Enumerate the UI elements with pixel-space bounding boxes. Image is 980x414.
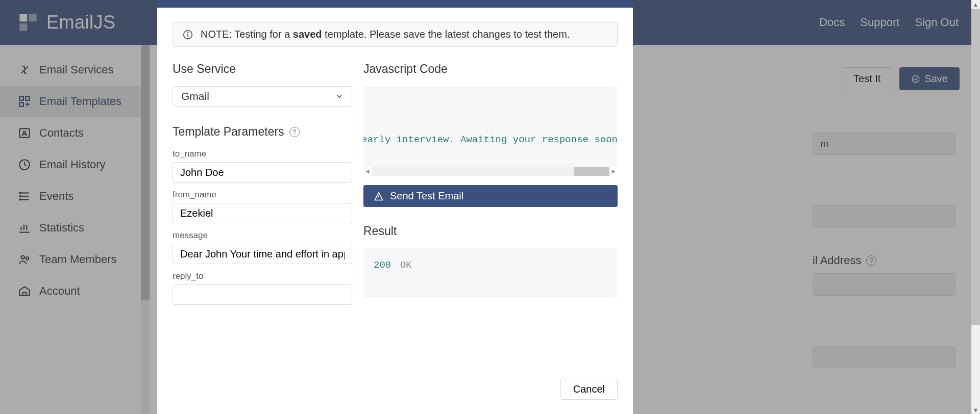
note-box: NOTE: Testing for a saved template. Plea… xyxy=(173,22,618,47)
test-modal: NOTE: Testing for a saved template. Plea… xyxy=(157,0,633,414)
help-icon[interactable]: ? xyxy=(289,127,300,137)
use-service-title: Use Service xyxy=(173,62,352,76)
scroll-down-arrow[interactable]: ▼ xyxy=(971,405,980,414)
send-test-label: Send Test Email xyxy=(390,190,463,202)
param-label-from-name: from_name xyxy=(173,190,352,200)
scroll-thumb[interactable] xyxy=(574,167,609,176)
page-scroll-thumb[interactable] xyxy=(971,9,980,325)
scroll-left-arrow[interactable]: ◄ xyxy=(363,168,372,176)
param-input-from-name[interactable] xyxy=(173,203,352,223)
service-select[interactable]: Gmail xyxy=(173,86,352,107)
modal-footer: Cancel xyxy=(157,372,633,414)
code-snippet: dule an early interview. Awaiting your r… xyxy=(363,134,618,145)
note-bold: saved xyxy=(293,29,322,40)
code-horizontal-scrollbar[interactable]: ◄ ► xyxy=(363,167,618,176)
result-box: 200 OK xyxy=(363,248,618,298)
param-label-reply-to: reply_to xyxy=(173,271,352,281)
service-value: Gmail xyxy=(181,90,209,102)
param-input-message[interactable] xyxy=(173,244,352,264)
param-label-message: message xyxy=(173,230,352,241)
result-code: 200 xyxy=(374,260,391,271)
param-input-to-name[interactable] xyxy=(173,162,352,183)
cancel-button[interactable]: Cancel xyxy=(560,379,618,400)
chevron-down-icon xyxy=(335,92,344,100)
scroll-up-arrow[interactable]: ▲ xyxy=(971,0,980,9)
result-text: OK xyxy=(400,260,412,271)
send-test-email-button[interactable]: Send Test Email xyxy=(363,185,618,207)
info-icon xyxy=(182,29,193,40)
scroll-right-arrow[interactable]: ► xyxy=(609,168,618,176)
page-scrollbar[interactable]: ▲ ▼ xyxy=(971,0,980,414)
code-box[interactable]: dule an early interview. Awaiting your r… xyxy=(363,86,618,176)
template-params-title: Template Parameters ? xyxy=(173,125,352,139)
note-suffix: template. Please save the latest changes… xyxy=(322,29,570,40)
modal-header-bar xyxy=(157,0,633,8)
param-input-reply-to[interactable] xyxy=(173,284,352,305)
param-label-to-name: to_name xyxy=(173,149,352,159)
js-code-title: Javascript Code xyxy=(363,62,618,76)
svg-point-21 xyxy=(187,32,188,32)
send-icon xyxy=(374,191,384,201)
result-title: Result xyxy=(363,224,618,238)
note-prefix: NOTE: Testing for a xyxy=(201,29,293,40)
